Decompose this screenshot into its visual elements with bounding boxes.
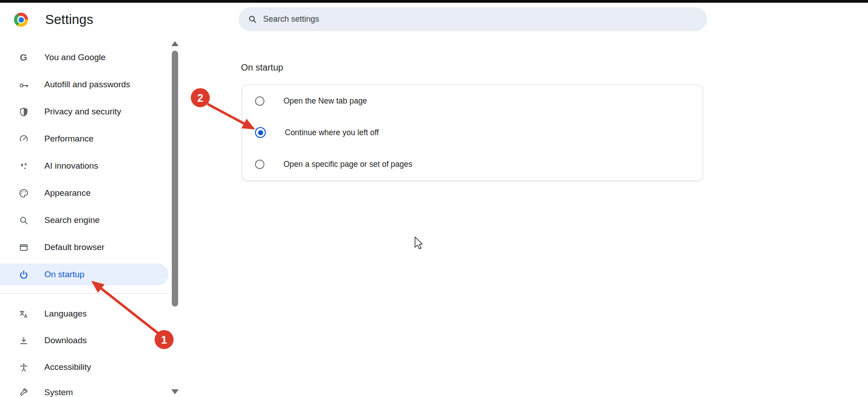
sparkles-icon bbox=[18, 161, 29, 171]
settings-search-bar[interactable] bbox=[239, 7, 707, 31]
mouse-cursor bbox=[415, 237, 422, 249]
sidebar-item-performance[interactable]: Performance bbox=[0, 128, 169, 150]
on-startup-options-card: Open the New tab page Continue where you… bbox=[242, 85, 703, 181]
sidebar-item-accessibility[interactable]: Accessibility bbox=[0, 356, 169, 378]
radio-dot bbox=[258, 130, 263, 135]
scrollbar-thumb[interactable] bbox=[172, 51, 178, 307]
annotation-badge-2 bbox=[191, 88, 210, 107]
section-title: On startup bbox=[241, 62, 283, 73]
page-title: Settings bbox=[45, 12, 93, 27]
sidebar-item-languages[interactable]: A Languages bbox=[0, 303, 169, 325]
option-open-new-tab-page[interactable]: Open the New tab page bbox=[242, 85, 703, 117]
wrench-icon bbox=[18, 387, 29, 397]
chrome-logo-center bbox=[19, 17, 24, 23]
sidebar-item-downloads[interactable]: Downloads bbox=[0, 330, 169, 351]
magnifier-icon bbox=[18, 215, 29, 226]
sidebar-item-privacy[interactable]: Privacy and security bbox=[0, 101, 169, 123]
sidebar-item-system[interactable]: System bbox=[0, 382, 169, 397]
shield-icon bbox=[18, 106, 29, 117]
sidebar-item-ai-innovations[interactable]: AI innovations bbox=[0, 155, 169, 177]
sidebar-item-you-and-google[interactable]: G You and Google bbox=[0, 47, 169, 68]
browser-window-icon bbox=[18, 242, 29, 253]
radio-selected[interactable] bbox=[255, 127, 266, 138]
scrollbar-up-arrow[interactable] bbox=[171, 41, 179, 46]
sidebar-item-autofill[interactable]: Autofill and passwords bbox=[0, 74, 169, 95]
svg-text:A: A bbox=[24, 313, 27, 318]
sidebar-divider bbox=[0, 293, 169, 294]
search-icon bbox=[248, 14, 257, 24]
svg-text:G: G bbox=[20, 52, 27, 62]
radio-unselected[interactable] bbox=[255, 96, 264, 106]
key-icon bbox=[18, 79, 29, 90]
option-continue-where-left-off[interactable]: Continue where you left off bbox=[242, 117, 703, 148]
download-icon bbox=[18, 335, 29, 346]
search-input[interactable] bbox=[263, 14, 670, 24]
sidebar-item-on-startup[interactable]: On startup bbox=[0, 264, 169, 285]
sidebar-item-default-browser[interactable]: Default browser bbox=[0, 236, 169, 258]
top-window-strip bbox=[0, 0, 868, 3]
accessibility-icon bbox=[18, 362, 29, 373]
sidebar-item-appearance[interactable]: Appearance bbox=[0, 182, 169, 204]
annotation-badge-2-number: 2 bbox=[197, 92, 203, 104]
scrollbar-down-arrow[interactable] bbox=[171, 389, 179, 394]
option-open-specific-pages[interactable]: Open a specific page or set of pages bbox=[242, 149, 703, 180]
radio-unselected[interactable] bbox=[255, 160, 264, 169]
sidebar-item-search-engine[interactable]: Search engine bbox=[0, 209, 169, 231]
translate-icon: A bbox=[18, 308, 29, 319]
palette-icon bbox=[18, 188, 29, 198]
power-icon bbox=[18, 269, 29, 280]
google-g-icon: G bbox=[18, 52, 29, 63]
chrome-logo bbox=[14, 13, 28, 27]
speedometer-icon bbox=[18, 133, 29, 144]
